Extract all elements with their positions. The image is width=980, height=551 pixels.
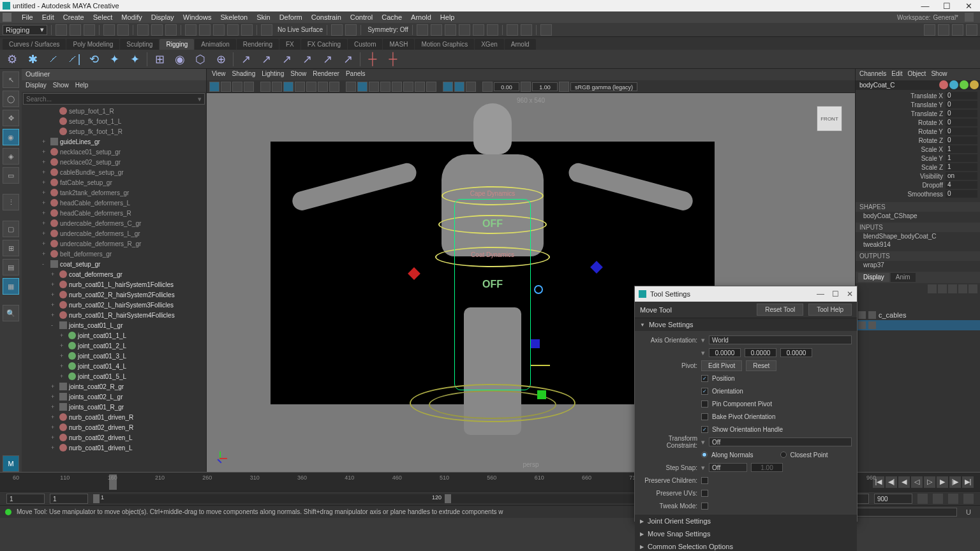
vp-colormgmt-icon[interactable]	[559, 82, 569, 92]
outliner-search[interactable]: ▾	[23, 93, 205, 105]
insert-joint-icon[interactable]: ⟋	[45, 51, 61, 68]
vp-exposure-field[interactable]: 0.00	[494, 82, 519, 91]
shapes-section[interactable]: SHAPES	[856, 202, 980, 212]
paint-weights-icon[interactable]: ◉	[172, 51, 188, 68]
point-con-icon[interactable]: ↗	[278, 51, 295, 68]
outliner-row[interactable]: +joints_coat02_R_gr	[22, 381, 206, 392]
home-icon[interactable]	[3, 13, 11, 22]
layout-single-icon[interactable]: ▢	[3, 221, 19, 237]
outliner-row[interactable]: +necklace02_setup_gr	[22, 157, 206, 167]
redo-icon[interactable]	[117, 24, 129, 36]
joint-tool-icon[interactable]: ✱	[24, 51, 41, 68]
play-icon[interactable]: ▷	[924, 476, 935, 488]
bind-skin-icon[interactable]: ⊞	[151, 51, 168, 68]
snap-curve-icon[interactable]	[199, 24, 211, 36]
expand-icon[interactable]: +	[51, 291, 57, 298]
vp-ao-icon[interactable]	[403, 82, 413, 92]
layer-type-checkbox[interactable]	[868, 321, 876, 329]
tab-rigging[interactable]: Rigging	[160, 39, 194, 50]
outliner-row[interactable]: +undercable_deformers_L_gr	[22, 228, 206, 239]
mode-dropdown[interactable]: Rigging▾	[3, 25, 47, 35]
expand-icon[interactable]: +	[42, 200, 48, 206]
vp-colorspace-dropdown[interactable]: sRGB gamma (legacy)	[570, 82, 637, 91]
tab-fxcache[interactable]: FX Caching	[301, 39, 347, 50]
open-scene-icon[interactable]	[70, 24, 81, 36]
menu-windows[interactable]: Windows	[179, 12, 216, 22]
layer-vis-checkbox[interactable]	[858, 311, 866, 319]
edit-pivot-button[interactable]: Edit Pivot	[701, 360, 742, 371]
tool-settings-icon[interactable]	[952, 24, 963, 36]
vp-wireframe-icon[interactable]	[346, 82, 356, 92]
lasso-tool-icon[interactable]: ◯	[3, 91, 19, 107]
expand-icon[interactable]: +	[60, 342, 66, 349]
expand-icon[interactable]: +	[42, 169, 48, 175]
outliner-row[interactable]: +undercable_deformers_C_gr	[22, 218, 206, 228]
anim-tab[interactable]: Anim	[891, 273, 916, 282]
outliner-row[interactable]: +joint_coat01_2_L	[22, 341, 206, 351]
expand-icon[interactable]: +	[60, 363, 66, 369]
joint-orient-section[interactable]: ▶Joint Orient Settings	[635, 515, 857, 527]
layer-row[interactable]: c_cables	[856, 310, 980, 320]
vp-gate-mask-icon[interactable]	[295, 82, 305, 92]
parent-con-icon[interactable]: ↗	[258, 51, 274, 68]
outliner-row[interactable]: +joints_coat02_L_gr	[22, 392, 206, 402]
menu-skin[interactable]: Skin	[253, 12, 274, 22]
mirror-joint-icon[interactable]: ⟋|	[65, 51, 82, 68]
tab-curves[interactable]: Curves / Surfaces	[3, 39, 66, 50]
menu-deform[interactable]: Deform	[276, 12, 306, 22]
vp-show-menu[interactable]: Show	[290, 70, 306, 79]
vp-motion-blur-icon[interactable]	[415, 82, 425, 92]
new-scene-icon[interactable]	[56, 24, 67, 36]
ik-handle-icon[interactable]: ✦	[106, 51, 122, 68]
layout-persp-icon[interactable]: ▦	[3, 278, 19, 295]
outliner-row[interactable]: +fatCable_setup_gr	[22, 177, 206, 187]
expand-icon[interactable]: +	[42, 251, 48, 257]
input-item-0[interactable]: blendShape_bodyCoat_C	[856, 232, 980, 240]
expand-icon[interactable]: +	[51, 434, 57, 441]
vp-xray-joint-icon[interactable]	[466, 82, 476, 92]
move-settings-section[interactable]: ▼Move Settings	[635, 318, 857, 331]
tab-fx[interactable]: FX	[279, 39, 301, 50]
layer-row-selected[interactable]	[856, 320, 980, 330]
tool-settings-titlebar[interactable]: Tool Settings — ☐ ✕	[635, 286, 857, 302]
playblast-icon[interactable]	[473, 24, 484, 36]
outliner-row[interactable]: +guideLines_gr	[22, 136, 206, 147]
snap-live-icon[interactable]	[241, 24, 253, 36]
outliner-row[interactable]: setup_fk_foot_1_L	[22, 116, 206, 126]
outliner-row[interactable]: +coat_deformers_gr	[22, 269, 206, 279]
preserve-uvs-checkbox[interactable]	[701, 490, 708, 497]
expand-icon[interactable]: +	[42, 189, 48, 196]
anim-layer-icon[interactable]	[963, 494, 974, 504]
handle-green[interactable]	[537, 390, 546, 399]
last-tool-icon[interactable]: ▭	[3, 167, 19, 184]
vp-resolution-gate-icon[interactable]	[283, 82, 293, 92]
layout-four-icon[interactable]: ⊞	[3, 240, 19, 256]
cb-edit-tab[interactable]: Edit	[891, 70, 902, 79]
expand-icon[interactable]: +	[51, 281, 57, 288]
expand-icon[interactable]: +	[42, 179, 48, 186]
checkbox[interactable]: ✓	[701, 388, 708, 395]
channel-box-icon[interactable]	[938, 24, 949, 36]
outliner-row[interactable]: +joint_coat01_3_L	[22, 351, 206, 361]
expand-icon[interactable]: +	[60, 332, 66, 339]
vp-gamma-field[interactable]: 1.00	[532, 82, 558, 91]
range-knob-end[interactable]: 120	[445, 494, 451, 503]
tool-help-button[interactable]: Tool Help	[808, 304, 852, 316]
constraint-icon[interactable]: ↗	[237, 51, 254, 68]
attr-value[interactable]: 0	[946, 92, 977, 99]
char-set-icon[interactable]	[948, 494, 958, 504]
step-fwd-icon[interactable]: ▶	[937, 476, 948, 488]
vp-field-chart-icon[interactable]	[306, 82, 316, 92]
outliner-row[interactable]: +headCable_deformers_L	[22, 198, 206, 208]
vp-film-gate-icon[interactable]	[272, 82, 282, 92]
move-snap-section[interactable]: ▶Move Snap Settings	[635, 527, 857, 540]
arrow-x[interactable]	[531, 365, 550, 366]
attr-value[interactable]: 1	[946, 163, 977, 171]
closest-point-radio[interactable]	[780, 452, 787, 458]
ts-close-button[interactable]: ✕	[847, 290, 853, 298]
expand-icon[interactable]: +	[51, 302, 57, 308]
step-snap-dropdown[interactable]: Off	[709, 463, 747, 472]
expand-icon[interactable]: +	[60, 373, 66, 379]
attr-value[interactable]: 0	[946, 110, 977, 117]
vp-shading-menu[interactable]: Shading	[232, 70, 256, 79]
